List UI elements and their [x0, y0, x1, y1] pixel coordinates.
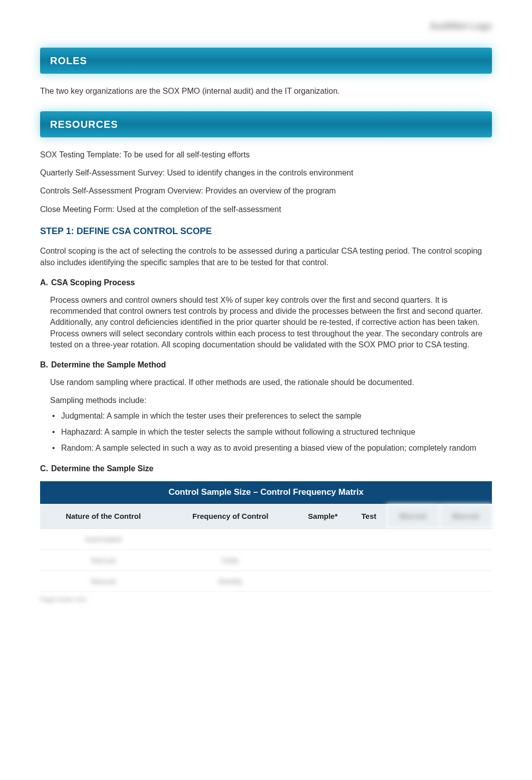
matrix-col-nature: Nature of the Control	[40, 504, 166, 529]
list-item: Judgmental: A sample in which the tester…	[50, 411, 492, 422]
step1-b-letter: B.	[40, 360, 48, 369]
matrix-col-blurred: Blurred	[386, 504, 439, 529]
matrix-col-sample: Sample*	[294, 504, 351, 529]
cell-blurred	[439, 549, 492, 570]
step1-b-heading: B.Determine the Sample Method	[40, 359, 492, 370]
resource-item: Controls Self-Assessment Program Overvie…	[40, 185, 492, 197]
table-row: Manual Daily	[40, 549, 492, 570]
resource-item: SOX Testing Template: To be used for all…	[40, 149, 492, 160]
cell-blurred	[386, 528, 439, 549]
step1-a-letter: A.	[40, 278, 48, 287]
step1-a-heading: A.CSA Scoping Process	[40, 277, 492, 288]
cell-blurred	[439, 570, 492, 592]
step1-intro: Control scoping is the act of selecting …	[40, 246, 492, 268]
cell-frequency	[166, 528, 294, 549]
roles-text: The two key organizations are the SOX PM…	[40, 86, 492, 97]
step1-c-heading: C.Determine the Sample Size	[40, 463, 492, 474]
cell-blurred	[439, 528, 492, 549]
matrix-col-blurred: Blurred	[439, 504, 492, 529]
table-header-row: Nature of the Control Frequency of Contr…	[40, 504, 492, 529]
cell-nature: Manual	[40, 570, 166, 592]
cell-nature: Automated	[40, 528, 166, 549]
step1-heading: STEP 1: DEFINE CSA CONTROL SCOPE	[40, 225, 492, 238]
cell-sample	[294, 528, 351, 549]
table-row: Manual Weekly	[40, 570, 492, 592]
matrix-table-wrap: Control Sample Size – Control Frequency …	[40, 481, 492, 592]
footer-blurred: Page footer text	[40, 595, 492, 604]
step1-b-title: Determine the Sample Method	[51, 360, 166, 369]
step1-a-title: CSA Scoping Process	[51, 278, 135, 287]
resources-banner: RESOURCES	[40, 111, 492, 137]
cell-nature: Manual	[40, 549, 166, 570]
matrix-col-test: Test	[352, 504, 387, 529]
matrix-title: Control Sample Size – Control Frequency …	[40, 481, 492, 504]
cell-test	[352, 528, 387, 549]
cell-test	[352, 549, 387, 570]
cell-blurred	[386, 549, 439, 570]
table-row: Automated	[40, 528, 492, 549]
cell-frequency: Weekly	[166, 570, 294, 592]
cell-sample	[294, 549, 351, 570]
cell-sample	[294, 570, 351, 592]
step1-c-letter: C.	[40, 464, 48, 473]
header-logo: AuditNet Logo	[40, 20, 492, 33]
step1-b-intro: Use random sampling where practical. If …	[40, 377, 492, 388]
resource-item: Close Meeting Form: Used at the completi…	[40, 204, 492, 215]
list-item: Random: A sample selected in such a way …	[50, 443, 492, 454]
step1-a-body: Process owners and control owners should…	[40, 295, 492, 351]
cell-frequency: Daily	[166, 549, 294, 570]
roles-banner: ROLES	[40, 48, 492, 74]
step1-c-title: Determine the Sample Size	[51, 464, 154, 473]
cell-test	[352, 570, 387, 592]
matrix-table: Nature of the Control Frequency of Contr…	[40, 504, 492, 592]
matrix-col-frequency: Frequency of Control	[166, 504, 294, 529]
resource-item: Quarterly Self-Assessment Survey: Used t…	[40, 167, 492, 178]
step1-b-methods-label: Sampling methods include:	[40, 395, 492, 406]
cell-blurred	[386, 570, 439, 592]
sampling-methods-list: Judgmental: A sample in which the tester…	[40, 411, 492, 454]
list-item: Haphazard: A sample in which the tester …	[50, 427, 492, 438]
